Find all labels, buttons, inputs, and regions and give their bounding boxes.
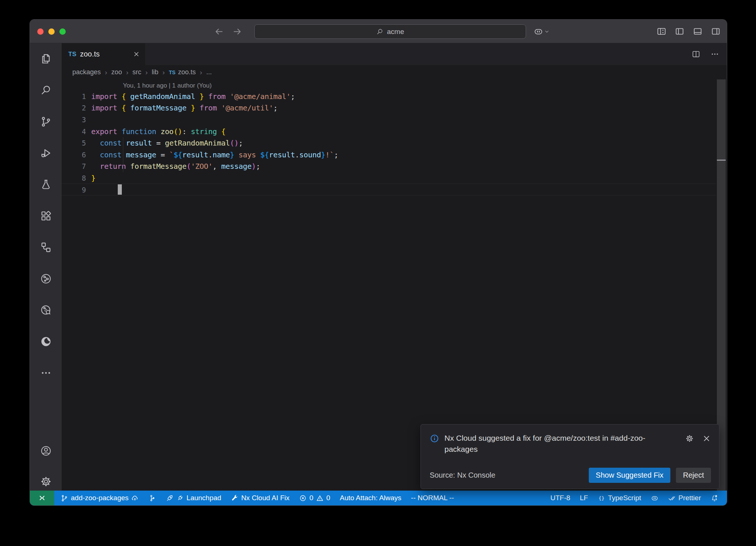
sidebar-item-settings[interactable]	[40, 475, 52, 488]
code-line[interactable]: 1import { getRandomAnimal } from '@acme/…	[62, 91, 716, 102]
status-label: Launchpad	[186, 494, 221, 502]
code-line[interactable]: 2import { formatMessage } from '@acme/ut…	[62, 102, 716, 114]
reject-button[interactable]: Reject	[676, 468, 711, 483]
status-label: TypeScript	[608, 494, 641, 502]
code-token: const	[100, 139, 121, 147]
status-item-nx-cloud-ai-fix[interactable]: Nx Cloud AI Fix	[226, 491, 294, 505]
error-icon	[299, 494, 307, 502]
status-item-notifications-bell[interactable]	[706, 491, 723, 505]
breadcrumb-item-zoo-ts[interactable]: TSzoo.ts	[169, 68, 196, 76]
breadcrumb-item-zoo[interactable]: zoo	[111, 68, 122, 76]
code-token: {	[221, 127, 226, 136]
status-item-source-control-graph[interactable]	[144, 491, 161, 505]
layout-icon[interactable]	[656, 26, 667, 37]
code-line[interactable]: 3	[62, 114, 716, 126]
files-icon	[40, 53, 52, 65]
breadcrumb-item-lib[interactable]: lib	[152, 68, 158, 76]
code-token: :	[182, 127, 191, 136]
status-item-language-typescript[interactable]: TypeScript	[593, 491, 646, 505]
tab-close-icon[interactable]	[133, 51, 140, 58]
line-number: 8	[62, 174, 91, 182]
breadcrumb-label: zoo.ts	[178, 68, 196, 76]
status-label: Auto Attach: Always	[340, 494, 401, 502]
code-line[interactable]: 9	[62, 184, 716, 196]
beaker-icon	[40, 178, 52, 191]
references-icon	[40, 241, 52, 253]
code-token	[117, 127, 121, 136]
command-center[interactable]: acme	[254, 24, 526, 39]
show-suggested-fix-button[interactable]: Show Suggested Fix	[589, 468, 670, 483]
notification-message: Nx Cloud suggested a fix for @acme/zoo:t…	[444, 433, 662, 455]
code-token	[156, 127, 161, 136]
split-editor-icon[interactable]	[691, 50, 701, 59]
status-item-eol[interactable]: LF	[575, 491, 593, 505]
panel-left-icon[interactable]	[674, 26, 685, 37]
breadcrumb-item--[interactable]: ...	[206, 68, 212, 76]
sidebar-item-references[interactable]	[40, 241, 52, 253]
arrow-right-icon[interactable]	[233, 27, 242, 36]
status-bar-left: add-zoo-packagesLaunchpadNx Cloud AI Fix…	[54, 491, 546, 505]
sidebar-item-search[interactable]	[40, 84, 52, 96]
traffic-light-close[interactable]	[37, 28, 44, 35]
tab-zoo-ts[interactable]: TS zoo.ts	[62, 43, 145, 65]
remote-indicator[interactable]	[30, 491, 54, 505]
sidebar-item-run-and-debug[interactable]	[40, 147, 52, 159]
breadcrumb-item-packages[interactable]: packages	[72, 68, 101, 76]
typescript-file-icon: TS	[68, 51, 76, 58]
status-item-vim-mode[interactable]: -- NORMAL --	[406, 491, 458, 505]
breadcrumb-separator: ›	[126, 68, 128, 76]
bell-dot-icon	[711, 494, 718, 502]
code-token	[91, 139, 100, 147]
code-line[interactable]: 5 const result = getRandomAnimal();	[62, 137, 716, 149]
ellipsis-icon[interactable]	[710, 50, 719, 59]
code-line[interactable]: 4export function zoo(): string {	[62, 126, 716, 137]
copilot-menu-button[interactable]	[533, 27, 549, 37]
status-item-git-branch[interactable]: add-zoo-packages	[56, 491, 144, 505]
notification-header: Nx Cloud suggested a fix for @acme/zoo:t…	[430, 433, 711, 455]
line-number: 5	[62, 139, 91, 147]
code-line[interactable]: 7 return formatMessage('ZOO', message);	[62, 161, 716, 173]
line-number: 1	[62, 92, 91, 100]
code-line[interactable]: 6 const message = `${result.name} says $…	[62, 149, 716, 161]
code-token: import	[91, 92, 117, 101]
breadcrumb-item-src[interactable]: src	[133, 68, 141, 76]
sidebar-item-accounts[interactable]	[40, 445, 52, 457]
sidebar-item-nx-console[interactable]	[40, 273, 52, 285]
notification-settings-gear-icon[interactable]	[685, 434, 694, 443]
status-item-auto-attach[interactable]: Auto Attach: Always	[335, 491, 406, 505]
traffic-light-minimize[interactable]	[48, 28, 55, 35]
code-token: formatMessage	[130, 162, 187, 171]
code-line[interactable]: 8}	[62, 172, 716, 184]
panel-bottom-icon[interactable]	[693, 26, 703, 37]
sidebar-item-more-views[interactable]	[40, 367, 52, 379]
traffic-light-zoom[interactable]	[59, 28, 66, 35]
status-item-copilot-status[interactable]	[646, 491, 663, 505]
code-token: ;	[291, 92, 295, 101]
code-token: result	[126, 139, 152, 147]
gear-icon	[40, 475, 52, 488]
status-item-launchpad[interactable]: Launchpad	[161, 491, 226, 505]
code-token: }	[191, 103, 195, 112]
panel-right-icon[interactable]	[711, 26, 721, 37]
sidebar-item-nx-cloud[interactable]	[40, 304, 52, 316]
notification-close-icon[interactable]	[702, 434, 711, 443]
code-lines: 1import { getRandomAnimal } from '@acme/…	[62, 91, 716, 195]
sidebar-item-extensions[interactable]	[40, 210, 52, 222]
status-item-problems[interactable]: 00	[294, 491, 335, 505]
edge-icon	[40, 335, 52, 348]
status-item-encoding[interactable]: UTF-8	[546, 491, 575, 505]
status-item-formatter-prettier[interactable]: Prettier	[663, 491, 706, 505]
remote-icon	[38, 494, 47, 502]
line-number: 3	[62, 116, 91, 124]
sidebar-item-edge-browser[interactable]	[40, 335, 52, 348]
sidebar-item-explorer[interactable]	[40, 53, 52, 65]
code-token: zoo	[161, 127, 173, 136]
sidebar-item-testing[interactable]	[40, 178, 52, 191]
sidebar-item-source-control[interactable]	[40, 116, 52, 128]
code-token: }	[200, 92, 204, 101]
title-bar[interactable]: acme	[30, 20, 727, 43]
arrow-left-icon[interactable]	[214, 27, 224, 36]
status-label: LF	[580, 494, 588, 502]
code-token: name	[213, 150, 230, 159]
code-token: ,	[213, 162, 221, 171]
